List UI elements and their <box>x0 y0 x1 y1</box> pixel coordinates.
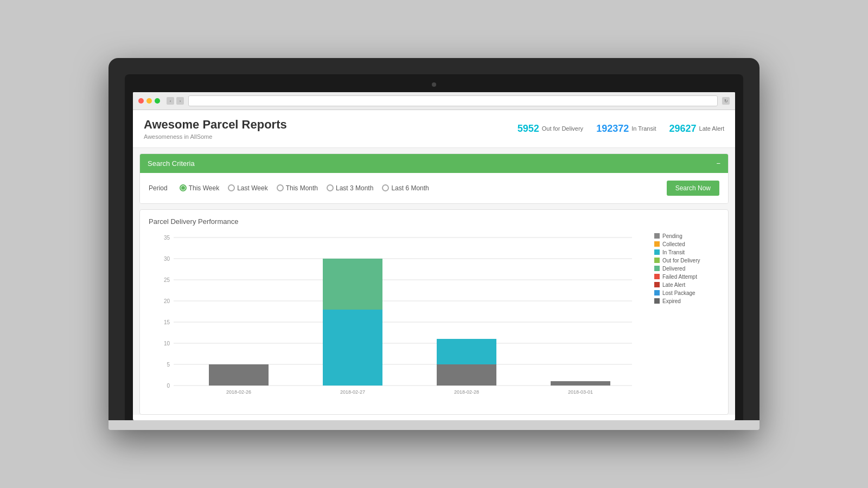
radio-this-week[interactable]: This Week <box>180 184 219 192</box>
svg-text:10: 10 <box>164 341 170 346</box>
legend-pending: Pending <box>654 233 719 239</box>
stat-late-alert: 29627 Late Alert <box>669 123 724 134</box>
legend-failed-attempt-color <box>654 274 660 279</box>
legend-late-alert: Late Alert <box>654 282 719 288</box>
stat-in-transit: 192372 In Transit <box>596 123 656 134</box>
header-stats: 5952 Out for Delivery 192372 In Transit … <box>518 123 724 134</box>
chart-container: 35 30 25 20 15 10 5 0 <box>149 233 719 407</box>
legend-out-for-delivery-color <box>654 258 660 263</box>
legend-delivered: Delivered <box>654 266 719 272</box>
browser-nav: ‹ › <box>167 97 184 105</box>
bar-2018-02-27-in-transit <box>323 310 382 386</box>
legend-failed-attempt: Failed Attempt <box>654 274 719 280</box>
header-left: Awesome Parcel Reports Awesomeness in Al… <box>144 118 287 139</box>
refresh-button[interactable]: ↻ <box>722 97 730 105</box>
in-transit-label: In Transit <box>631 125 656 132</box>
chart-area: 35 30 25 20 15 10 5 0 <box>149 233 649 407</box>
search-criteria-label: Search Criteria <box>148 159 195 168</box>
chart-legend: Pending Collected In Transit <box>649 233 719 407</box>
legend-pending-color <box>654 233 660 239</box>
screen: ‹ › ↻ Awesome Parcel Reports Awesomeness… <box>133 92 735 420</box>
search-panel: Search Criteria − Period This Week <box>139 153 729 204</box>
radio-last-3-month-label: Last 3 Month <box>336 184 373 192</box>
radio-this-week-circle <box>180 184 187 191</box>
laptop-frame: ‹ › ↻ Awesome Parcel Reports Awesomeness… <box>108 58 760 429</box>
legend-delivered-label: Delivered <box>662 266 685 272</box>
svg-text:35: 35 <box>164 235 170 241</box>
chart-section: Parcel Delivery Performance 35 30 25 20 … <box>139 209 729 415</box>
legend-failed-attempt-label: Failed Attempt <box>662 274 697 280</box>
back-button[interactable]: ‹ <box>167 97 174 105</box>
legend-pending-label: Pending <box>662 233 682 239</box>
minimize-button[interactable] <box>146 98 152 104</box>
late-alert-number: 29627 <box>669 123 696 134</box>
legend-lost-package-color <box>654 290 660 296</box>
out-for-delivery-label: Out for Delivery <box>542 125 583 132</box>
search-panel-body: Period This Week Last Week <box>140 173 728 203</box>
chart-title: Parcel Delivery Performance <box>149 217 719 226</box>
legend-late-alert-label: Late Alert <box>662 282 685 288</box>
legend-in-transit: In Transit <box>654 249 719 255</box>
in-transit-number: 192372 <box>596 123 629 134</box>
bar-2018-02-28-in-transit <box>437 339 496 364</box>
legend-expired-color <box>654 298 660 304</box>
bar-2018-02-26-pending <box>209 364 269 386</box>
radio-this-month[interactable]: This Month <box>277 184 318 192</box>
legend-out-for-delivery: Out for Delivery <box>654 258 719 264</box>
radio-last-week[interactable]: Last Week <box>228 184 267 192</box>
browser-chrome: ‹ › ↻ <box>133 92 735 110</box>
app-subtitle: Awesomeness in AllSome <box>144 133 287 140</box>
late-alert-label: Late Alert <box>699 125 724 132</box>
bar-2018-02-28-pending <box>437 364 496 386</box>
svg-text:30: 30 <box>164 256 170 262</box>
period-label: Period <box>149 184 168 192</box>
app-title: Awesome Parcel Reports <box>144 118 287 132</box>
traffic-lights <box>138 98 160 104</box>
search-panel-header[interactable]: Search Criteria − <box>140 154 728 173</box>
svg-text:2018-02-27: 2018-02-27 <box>340 389 365 395</box>
address-bar[interactable] <box>188 95 718 106</box>
svg-text:20: 20 <box>164 298 170 304</box>
screen-bezel: ‹ › ↻ Awesome Parcel Reports Awesomeness… <box>125 74 743 420</box>
radio-last-6-month-circle <box>382 184 389 191</box>
legend-expired-label: Expired <box>662 298 681 304</box>
svg-text:2018-02-28: 2018-02-28 <box>454 389 479 395</box>
radio-last-3-month[interactable]: Last 3 Month <box>327 184 373 192</box>
app-content: Awesome Parcel Reports Awesomeness in Al… <box>133 110 735 414</box>
radio-last-week-circle <box>228 184 235 191</box>
search-now-button[interactable]: Search Now <box>667 181 719 196</box>
forward-button[interactable]: › <box>176 97 184 105</box>
legend-expired: Expired <box>654 298 719 304</box>
legend-delivered-color <box>654 266 660 271</box>
laptop-base <box>108 420 760 430</box>
chart-svg: 35 30 25 20 15 10 5 0 <box>149 233 649 407</box>
svg-text:5: 5 <box>167 362 170 368</box>
bar-2018-03-01-pending <box>551 381 610 386</box>
stat-out-for-delivery: 5952 Out for Delivery <box>518 123 583 134</box>
radio-last-week-label: Last Week <box>237 184 267 192</box>
legend-out-for-delivery-label: Out for Delivery <box>662 258 700 264</box>
bar-2018-02-27-delivered <box>323 259 382 310</box>
legend-lost-package: Lost Package <box>654 290 719 296</box>
legend-collected-color <box>654 241 660 247</box>
radio-last-3-month-circle <box>327 184 334 191</box>
collapse-icon[interactable]: − <box>716 159 720 168</box>
period-row: Period This Week Last Week <box>149 184 429 192</box>
legend-late-alert-color <box>654 282 660 287</box>
svg-text:2018-03-01: 2018-03-01 <box>568 389 593 395</box>
svg-text:15: 15 <box>164 319 170 325</box>
radio-this-month-label: This Month <box>286 184 318 192</box>
radio-last-6-month-label: Last 6 Month <box>391 184 429 192</box>
camera <box>432 82 436 87</box>
radio-last-6-month[interactable]: Last 6 Month <box>382 184 429 192</box>
close-button[interactable] <box>138 98 144 104</box>
maximize-button[interactable] <box>155 98 160 104</box>
app-header: Awesome Parcel Reports Awesomeness in Al… <box>133 110 735 147</box>
radio-this-month-circle <box>277 184 284 191</box>
out-for-delivery-number: 5952 <box>518 123 539 134</box>
legend-collected: Collected <box>654 241 719 247</box>
svg-text:2018-02-26: 2018-02-26 <box>226 389 251 395</box>
svg-text:0: 0 <box>167 383 170 389</box>
svg-text:25: 25 <box>164 277 170 283</box>
legend-lost-package-label: Lost Package <box>662 290 695 296</box>
